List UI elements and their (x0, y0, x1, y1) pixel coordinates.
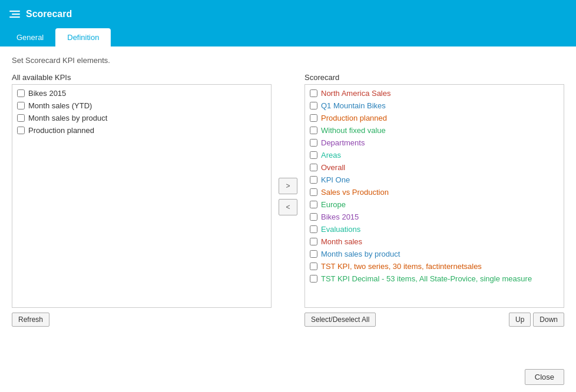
list-item-label: Q1 Mountain Bikes (321, 101, 386, 110)
up-button[interactable]: Up (509, 313, 531, 327)
scorecard-dialog: Scorecard General Definition Set Scoreca… (0, 0, 576, 392)
list-item-checkbox[interactable] (310, 164, 317, 171)
add-button[interactable]: > (279, 178, 297, 194)
list-item[interactable]: TST KPI Decimal - 53 items, All State-Pr… (305, 273, 564, 285)
list-item[interactable]: KPI One (305, 174, 564, 186)
tab-definition[interactable]: Definition (55, 28, 111, 46)
list-item-checkbox[interactable] (310, 250, 317, 258)
list-item-label: Bikes 2015 (28, 89, 66, 98)
list-item[interactable]: Month sales (YTD) (12, 99, 271, 112)
list-item-label: Europe (321, 200, 346, 209)
list-item-label: Departments (321, 138, 365, 147)
list-item-label: TST KPI, two series, 30 items, factinter… (321, 262, 482, 271)
scorecard-label: Scorecard (304, 73, 564, 82)
list-item[interactable]: Departments (305, 137, 564, 149)
dialog-footer: Close (0, 364, 576, 392)
updown-group: Up Down (509, 313, 564, 327)
list-item[interactable]: Bikes 2015 (305, 211, 564, 223)
down-button[interactable]: Down (533, 313, 564, 327)
list-item[interactable]: North America Sales (305, 87, 564, 99)
list-item-checkbox[interactable] (310, 238, 317, 245)
list-item-checkbox[interactable] (310, 89, 317, 97)
subtitle-text: Set Scorecard KPI elements. (12, 56, 564, 65)
list-item-label: TST KPI Decimal - 53 items, All State-Pr… (321, 274, 532, 283)
list-item[interactable]: Production planned (305, 112, 564, 124)
available-kpis-label: All available KPIs (12, 73, 272, 82)
list-item-label: Sales vs Production (321, 188, 389, 197)
tab-general[interactable]: General (5, 28, 55, 46)
list-item[interactable]: Month sales (305, 235, 564, 248)
list-item-label: Bikes 2015 (321, 212, 359, 221)
list-item-label: Production planned (321, 114, 387, 122)
available-panel-footer: Refresh (12, 313, 272, 327)
list-item[interactable]: Europe (305, 198, 564, 211)
list-item-checkbox[interactable] (17, 114, 25, 122)
list-item[interactable]: Month sales by product (305, 248, 564, 260)
list-item-label: Areas (321, 151, 341, 160)
list-item-checkbox[interactable] (310, 102, 317, 109)
list-item-checkbox[interactable] (310, 263, 317, 270)
list-item-label: Month sales (YTD) (28, 101, 92, 110)
dialog-header: Scorecard (0, 0, 576, 28)
list-item[interactable]: Q1 Mountain Bikes (305, 99, 564, 112)
list-item-checkbox[interactable] (310, 275, 317, 283)
list-icon (9, 11, 20, 18)
list-item-checkbox[interactable] (310, 127, 317, 134)
list-item[interactable]: Overall (305, 161, 564, 174)
refresh-button[interactable]: Refresh (12, 313, 49, 327)
close-button[interactable]: Close (525, 369, 564, 385)
list-item-checkbox[interactable] (17, 102, 25, 109)
scorecard-list[interactable]: North America SalesQ1 Mountain BikesProd… (304, 84, 564, 308)
list-item-checkbox[interactable] (310, 213, 317, 221)
list-item-label: Overall (321, 163, 345, 172)
list-item[interactable]: Evaluations (305, 223, 564, 235)
dialog-title: Scorecard (26, 9, 72, 19)
list-item-label: KPI One (321, 175, 350, 184)
list-item-label: Month sales (321, 237, 362, 246)
list-item-checkbox[interactable] (310, 225, 317, 233)
scorecard-panel-footer: Select/Deselect All Up Down (304, 313, 564, 327)
list-item[interactable]: Bikes 2015 (12, 87, 271, 99)
list-item-label: North America Sales (321, 89, 391, 98)
list-item[interactable]: Month sales by product (12, 112, 271, 124)
list-item-checkbox[interactable] (310, 176, 317, 184)
list-item-checkbox[interactable] (17, 127, 25, 134)
available-kpis-panel: All available KPIs Bikes 2015Month sales… (12, 73, 272, 327)
list-item-label: Production planned (28, 126, 94, 135)
list-item-label: Month sales by product (321, 250, 400, 258)
list-item[interactable]: Production planned (12, 124, 271, 137)
list-item-checkbox[interactable] (310, 139, 317, 147)
available-kpis-list[interactable]: Bikes 2015Month sales (YTD)Month sales b… (12, 84, 272, 308)
transfer-buttons: > < (272, 85, 304, 308)
remove-button[interactable]: < (279, 199, 297, 215)
tab-content: Set Scorecard KPI elements. All availabl… (0, 46, 576, 364)
list-item-label: Without fixed value (321, 126, 386, 135)
list-item-checkbox[interactable] (310, 201, 317, 208)
list-item-checkbox[interactable] (310, 188, 317, 196)
list-item-label: Evaluations (321, 225, 360, 234)
list-item[interactable]: Without fixed value (305, 124, 564, 137)
tab-bar: General Definition (0, 28, 576, 46)
list-item[interactable]: TST KPI, two series, 30 items, factinter… (305, 260, 564, 273)
scorecard-panel: Scorecard North America SalesQ1 Mountain… (304, 73, 564, 327)
list-item[interactable]: Sales vs Production (305, 186, 564, 198)
select-deselect-all-button[interactable]: Select/Deselect All (304, 313, 376, 327)
list-item-checkbox[interactable] (310, 114, 317, 122)
list-item-checkbox[interactable] (17, 89, 25, 97)
list-item-label: Month sales by product (28, 114, 107, 122)
panels-container: All available KPIs Bikes 2015Month sales… (12, 73, 564, 355)
list-item-checkbox[interactable] (310, 151, 317, 159)
list-item[interactable]: Areas (305, 149, 564, 161)
